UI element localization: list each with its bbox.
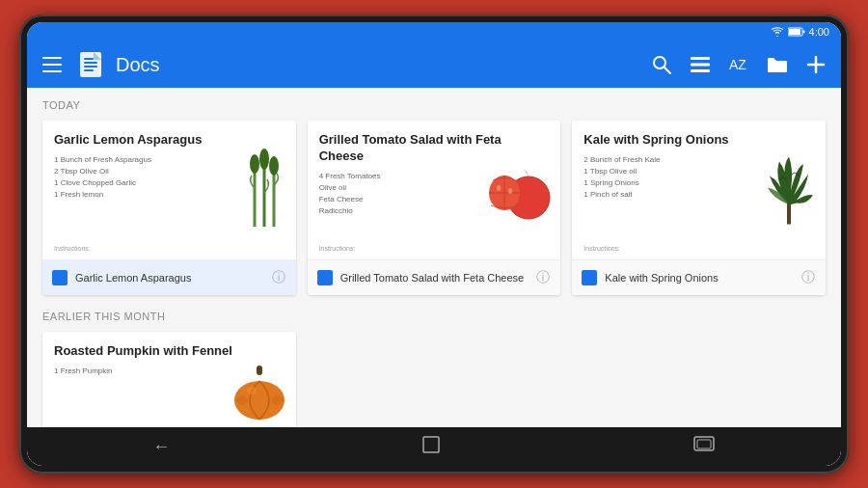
svg-rect-1 [789, 29, 800, 35]
svg-rect-14 [691, 57, 710, 60]
svg-point-36 [247, 387, 257, 394]
svg-rect-37 [423, 437, 439, 452]
card-1-footer-title: Garlic Lemon Asparagus [75, 272, 263, 284]
add-icon[interactable] [802, 51, 829, 78]
svg-rect-10 [84, 69, 94, 71]
app-title: Docs [116, 54, 637, 76]
svg-point-32 [508, 188, 512, 194]
card-2-footer: Grilled Tomato Salad with Feta Cheese ⓘ [308, 260, 561, 295]
recent-nav-button[interactable] [673, 428, 735, 466]
today-cards-grid: Garlic Lemon Asparagus 1 Bunch of Fresh … [42, 121, 826, 295]
nav-bar: ← [27, 427, 841, 466]
card-4-title: Roasted Pumpkin with Fennel [54, 343, 285, 360]
card-2-preview: Grilled Tomato Salad with Feta Cheese 4 … [308, 121, 561, 260]
svg-rect-8 [84, 62, 97, 64]
earlier-section: EARLIER THIS MONTH Roasted Pumpkin with … [42, 311, 826, 427]
card-3-instructions: Instructions: [583, 245, 620, 252]
svg-rect-2 [802, 31, 804, 34]
tablet-screen: 4:00 Doc [27, 22, 841, 466]
svg-point-12 [654, 57, 665, 68]
card-kale[interactable]: Kale with Spring Onions 2 Bunch of Fresh… [572, 121, 826, 295]
svg-rect-6 [80, 52, 101, 77]
svg-point-23 [250, 154, 259, 174]
sort-icon[interactable]: AZ [725, 51, 752, 78]
list-view-icon[interactable] [687, 51, 714, 78]
card-3-preview: Kale with Spring Onions 2 Bunch of Fresh… [572, 121, 826, 260]
svg-point-31 [497, 185, 501, 191]
svg-point-24 [259, 149, 269, 170]
svg-rect-4 [42, 64, 62, 66]
card-pumpkin[interactable]: Roasted Pumpkin with Fennel 1 Fresh Pump… [42, 332, 296, 427]
asparagus-image [240, 145, 288, 235]
battery-icon [788, 27, 805, 37]
card-3-doc-icon [582, 270, 597, 285]
card-2-footer-title: Grilled Tomato Salad with Feta Cheese [340, 272, 529, 284]
card-3-title: Kale with Spring Onions [583, 132, 814, 149]
docs-logo [77, 51, 104, 78]
svg-rect-5 [42, 70, 62, 72]
card-1-preview: Garlic Lemon Asparagus 1 Bunch of Fresh … [42, 121, 296, 260]
svg-rect-15 [691, 64, 710, 67]
svg-rect-7 [84, 58, 94, 60]
status-bar: 4:00 [27, 22, 841, 41]
today-section: TODAY Garlic Lemon Asparagus 1 Bunch of … [42, 99, 826, 295]
main-content: TODAY Garlic Lemon Asparagus 1 Bunch of … [27, 88, 841, 427]
earlier-label: EARLIER THIS MONTH [42, 311, 826, 322]
app-bar: Docs AZ [27, 41, 841, 88]
folder-icon[interactable] [764, 51, 791, 78]
tablet-frame: 4:00 Doc [19, 14, 849, 474]
wifi-icon [771, 27, 784, 37]
svg-rect-39 [697, 440, 711, 448]
card-1-info-icon[interactable]: ⓘ [271, 270, 286, 285]
card-1-footer: Garlic Lemon Asparagus ⓘ [42, 260, 296, 295]
svg-line-13 [665, 68, 670, 73]
kale-image [760, 148, 818, 233]
card-tomato-salad[interactable]: Grilled Tomato Salad with Feta Cheese 4 … [308, 121, 561, 295]
status-icons: 4:00 [771, 26, 829, 38]
time-display: 4:00 [809, 26, 829, 38]
card-1-doc-icon [52, 270, 68, 285]
card-1-instructions: Instructions: [54, 245, 91, 252]
earlier-cards-grid: Roasted Pumpkin with Fennel 1 Fresh Pump… [42, 332, 826, 427]
svg-text:AZ: AZ [729, 57, 746, 72]
svg-rect-9 [84, 66, 97, 68]
today-label: TODAY [42, 99, 826, 111]
menu-icon[interactable] [39, 51, 66, 78]
pumpkin-image [231, 364, 288, 425]
card-2-info-icon[interactable]: ⓘ [535, 270, 551, 285]
card-3-info-icon[interactable]: ⓘ [800, 270, 816, 285]
card-2-doc-icon [317, 270, 333, 285]
card-garlic-asparagus[interactable]: Garlic Lemon Asparagus 1 Bunch of Fresh … [42, 121, 296, 295]
card-3-footer-title: Kale with Spring Onions [605, 272, 793, 284]
search-icon[interactable] [648, 51, 675, 78]
svg-rect-3 [42, 57, 62, 59]
home-nav-button[interactable] [402, 427, 460, 467]
card-2-instructions: Instructions: [319, 245, 356, 252]
svg-point-25 [269, 156, 279, 176]
card-3-footer: Kale with Spring Onions ⓘ [572, 260, 826, 295]
svg-rect-16 [691, 69, 710, 72]
card-4-preview: Roasted Pumpkin with Fennel 1 Fresh Pump… [42, 332, 296, 427]
back-nav-button[interactable]: ← [133, 429, 189, 465]
tomato-image [485, 154, 553, 226]
svg-rect-34 [257, 366, 262, 375]
